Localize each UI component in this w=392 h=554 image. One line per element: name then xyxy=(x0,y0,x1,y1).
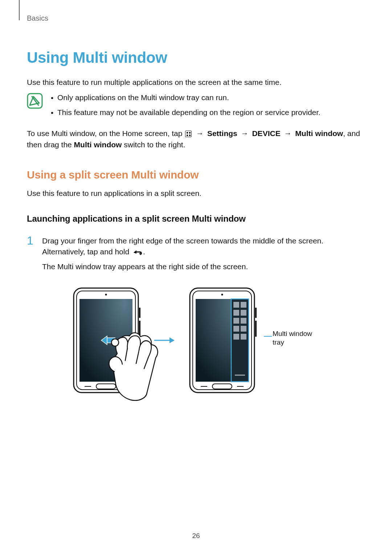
svg-rect-16 xyxy=(255,321,257,337)
svg-rect-15 xyxy=(255,308,257,318)
back-icon xyxy=(132,249,142,256)
figure: Multi window tray xyxy=(27,286,365,395)
svg-rect-24 xyxy=(233,318,239,324)
svg-rect-22 xyxy=(233,310,239,316)
step-number: 1 xyxy=(27,235,37,246)
svg-rect-27 xyxy=(241,326,246,332)
svg-rect-3 xyxy=(139,308,140,318)
step-line-2: The Multi window tray appears at the rig… xyxy=(42,261,365,272)
callout-label: Multi window tray xyxy=(273,329,320,347)
page-title: Using Multi window xyxy=(27,47,365,69)
svg-rect-21 xyxy=(241,302,246,308)
hand-illustration xyxy=(103,331,165,403)
callout: Multi window tray xyxy=(270,286,320,395)
svg-rect-29 xyxy=(241,334,246,340)
page-content: Basics Using Multi window Use this featu… xyxy=(0,0,392,395)
device-before xyxy=(72,286,140,395)
note-item: Only applications on the Multi window tr… xyxy=(49,92,320,103)
intro-text: Use this feature to run multiple applica… xyxy=(27,77,365,88)
note-list: Only applications on the Multi window tr… xyxy=(49,92,320,122)
subsection-heading: Launching applications in a split screen… xyxy=(27,213,365,225)
breadcrumb: Basics xyxy=(27,13,365,24)
apps-icon xyxy=(185,131,192,137)
step-body: Drag your finger from the right edge of … xyxy=(42,235,365,276)
svg-rect-26 xyxy=(233,326,239,332)
svg-rect-23 xyxy=(241,310,246,316)
page-number: 26 xyxy=(0,531,392,541)
svg-point-17 xyxy=(221,294,223,296)
section-intro: Use this feature to run applications in … xyxy=(27,188,365,199)
svg-marker-12 xyxy=(170,337,175,343)
svg-point-10 xyxy=(111,339,119,346)
svg-rect-20 xyxy=(233,302,239,308)
device-after xyxy=(188,286,257,395)
step-1: 1 Drag your finger from the right edge o… xyxy=(27,235,365,276)
note-item: This feature may not be available depend… xyxy=(49,107,320,118)
note-box: Only applications on the Multi window tr… xyxy=(27,92,365,122)
step-line-1: Drag your finger from the right edge of … xyxy=(42,235,365,258)
svg-point-5 xyxy=(105,294,107,296)
instruction-text: To use Multi window, on the Home screen,… xyxy=(27,128,365,150)
svg-rect-25 xyxy=(241,318,246,324)
svg-rect-31 xyxy=(212,384,232,389)
svg-rect-28 xyxy=(233,334,239,340)
section-heading: Using a split screen Multi window xyxy=(27,167,365,183)
note-icon xyxy=(27,93,43,109)
callout-line xyxy=(264,336,272,337)
